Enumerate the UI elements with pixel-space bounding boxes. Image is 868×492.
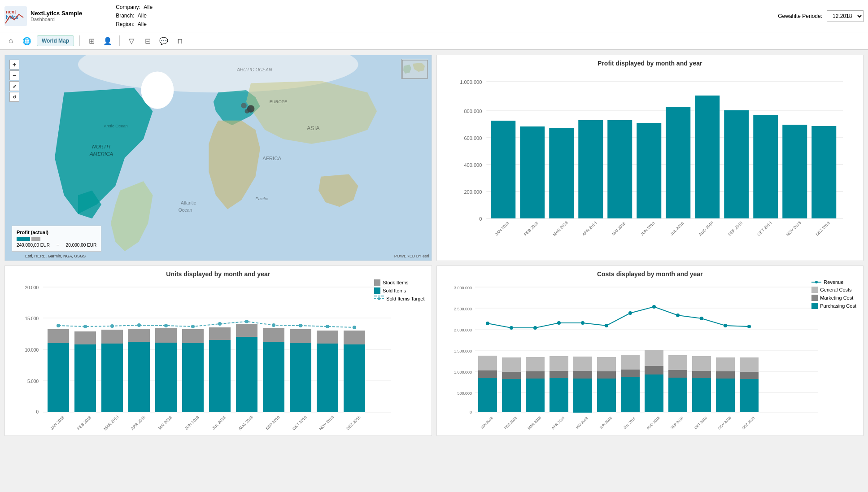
svg-point-5 [141,71,174,109]
svg-rect-147 [573,357,592,371]
print-icon[interactable]: ⊟ [141,35,154,47]
svg-point-176 [652,305,656,309]
svg-text:800.000: 800.000 [464,109,482,114]
company-line: Company: Alle [116,3,153,12]
svg-rect-41 [724,110,749,218]
svg-rect-69 [48,343,69,412]
svg-rect-140 [526,371,545,379]
svg-rect-160 [692,378,711,412]
home-map-button[interactable]: ↺ [9,92,19,102]
svg-text:NOV 2018: NOV 2018 [318,414,335,431]
svg-rect-80 [182,329,204,343]
profit-chart-svg: 1.000.000 800.000 600.000 400.000 200.00… [441,70,859,245]
units-chart-title: Units displayed by month and year [9,270,427,278]
svg-text:ASIA: ASIA [307,125,320,131]
svg-point-58 [378,297,380,300]
svg-rect-38 [637,123,661,218]
svg-rect-153 [621,355,640,370]
svg-text:AUG 2018: AUG 2018 [237,414,254,431]
general-label: General Costs [820,287,851,292]
svg-text:5.000: 5.000 [27,379,39,384]
branch-value: Alle [138,13,147,19]
svg-point-179 [724,324,727,327]
svg-point-102 [299,324,302,327]
units-chart-panel: Units displayed by month and year Stock … [4,266,432,436]
svg-rect-167 [740,372,759,379]
svg-text:MAR 2018: MAR 2018 [552,220,568,237]
period-select[interactable]: 12.2018 [827,10,864,22]
map-minimap [401,59,428,79]
svg-text:Arctic Ocean: Arctic Ocean [104,124,128,128]
svg-rect-39 [666,107,690,218]
svg-text:JUL 2018: JUL 2018 [211,415,227,431]
zoom-in-button[interactable]: + [9,60,19,70]
svg-rect-43 [782,125,807,218]
period-label: Gewählte Periode: [778,13,822,19]
svg-rect-82 [209,327,231,340]
svg-point-104 [353,326,356,329]
svg-text:DEZ 2018: DEZ 2018 [815,221,831,237]
building-icon[interactable]: ⊞ [85,35,98,47]
svg-point-180 [747,325,751,328]
svg-text:200.000: 200.000 [464,189,482,195]
svg-text:JUN 2018: JUN 2018 [598,416,613,430]
map-tab-label: World Map [42,38,69,44]
legend-title: Profit (actual) [17,230,96,235]
filter-icon[interactable]: ▽ [125,35,138,47]
svg-rect-166 [740,379,759,412]
svg-text:JAN 2018: JAN 2018 [480,416,494,430]
sold-swatch [374,287,380,294]
company-label: Company: [116,4,140,10]
svg-text:2.500.000: 2.500.000 [454,307,471,311]
svg-text:1.500.000: 1.500.000 [454,349,471,353]
marketing-legend: Marketing Cost [811,295,856,301]
svg-text:2.000.000: 2.000.000 [454,328,471,332]
svg-point-173 [581,321,584,325]
svg-text:FEB 2018: FEB 2018 [76,415,92,431]
person-icon[interactable]: 👤 [101,35,114,47]
toolbar-separator-1 [79,35,80,46]
home-icon[interactable]: ⌂ [4,35,17,47]
marketing-label: Marketing Cost [820,295,853,300]
svg-rect-149 [597,371,616,379]
svg-rect-154 [645,374,663,412]
svg-point-175 [628,311,632,315]
zoom-extent-button[interactable]: ⤢ [9,81,19,91]
svg-rect-90 [317,331,338,344]
svg-rect-85 [263,342,284,412]
costs-chart-svg: 3.000.000 2.500.000 2.000.000 1.500.000 … [441,281,832,429]
globe-icon[interactable]: 🌐 [21,35,33,47]
company-value: Alle [144,4,153,10]
costs-chart-panel: Costs displayed by month and year Revenu… [436,266,864,436]
svg-text:NOV 2018: NOV 2018 [785,220,802,237]
svg-rect-84 [236,324,257,337]
svg-rect-164 [716,371,735,379]
svg-text:JAN 2018: JAN 2018 [49,415,65,431]
legend-high-color [17,237,30,241]
profit-chart-panel: Profit displayed by month and year 1.000… [436,55,864,261]
svg-text:FEB 2018: FEB 2018 [523,221,539,236]
svg-point-172 [557,321,561,325]
svg-text:DEZ 2018: DEZ 2018 [345,415,362,431]
costs-legend: Revenue General Costs Marketing Cost Pur… [811,279,856,309]
svg-rect-168 [740,357,759,372]
svg-text:10.000: 10.000 [25,348,39,353]
svg-rect-92 [344,331,365,344]
svg-rect-37 [607,120,632,218]
zoom-out-button[interactable]: − [9,70,19,80]
svg-rect-163 [716,379,735,412]
svg-text:EUROPE: EUROPE [270,100,288,104]
svg-point-101 [272,323,275,327]
svg-rect-155 [645,366,663,374]
svg-text:AFRICA: AFRICA [262,156,281,161]
svg-point-170 [510,326,513,330]
svg-text:next: next [6,9,16,14]
legend-mid-color [31,237,40,241]
app-title: NextLytics Sample [31,10,82,17]
bookmark-icon[interactable]: ⊓ [174,35,186,47]
svg-rect-156 [645,350,663,366]
chat-icon[interactable]: 💬 [157,35,170,47]
svg-text:JUN 2018: JUN 2018 [184,415,200,431]
map-tab[interactable]: World Map [37,35,74,46]
svg-text:20.000: 20.000 [25,285,39,290]
